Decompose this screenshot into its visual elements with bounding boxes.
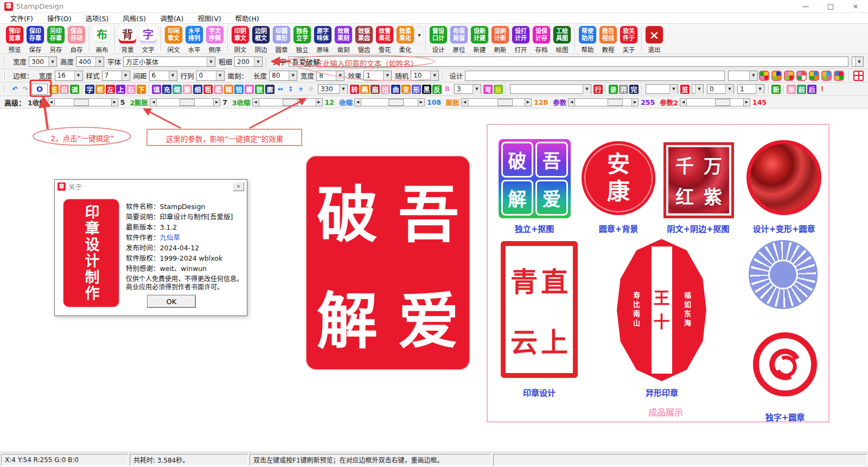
ok-button[interactable]: OK bbox=[147, 295, 196, 308]
tool-chip[interactable]: ↔ bbox=[276, 85, 285, 94]
toolbar-button[interactable]: 独各立字 独立 bbox=[292, 26, 312, 54]
slider-thumb[interactable] bbox=[497, 99, 513, 106]
close-button[interactable]: × bbox=[843, 0, 868, 12]
color-preset[interactable] bbox=[834, 71, 844, 81]
tool-chip[interactable]: 下 bbox=[137, 85, 146, 94]
tool-chip[interactable]: 览 bbox=[49, 85, 59, 94]
toolbar-button[interactable]: 保自存动 自存 bbox=[66, 26, 87, 54]
slider-right-arrow[interactable]: ▶ bbox=[525, 98, 532, 106]
transform-chip[interactable]: 转 bbox=[350, 85, 359, 94]
border-style-select[interactable]: 7▼ bbox=[102, 71, 130, 81]
slider-left-arrow[interactable]: ◀ bbox=[252, 98, 259, 106]
tool-chip[interactable]: 自 bbox=[60, 85, 69, 94]
font-select[interactable]: 方正小篆体▼ bbox=[123, 56, 215, 67]
color-preset[interactable] bbox=[809, 71, 819, 81]
slider-track[interactable] bbox=[468, 98, 525, 106]
transform-chip[interactable]: 椭 bbox=[360, 85, 369, 94]
slider-right-arrow[interactable]: ▶ bbox=[111, 98, 118, 106]
tool-chip[interactable]: + bbox=[296, 85, 305, 94]
slider-right-arrow[interactable]: ▶ bbox=[631, 98, 639, 106]
random-select[interactable]: 10▼ bbox=[411, 71, 439, 81]
tool-chip[interactable]: 柔 bbox=[214, 85, 223, 94]
layer-chip[interactable]: ! bbox=[818, 85, 827, 94]
toolbar-button[interactable]: 布 画布 bbox=[92, 26, 112, 54]
transform-chip[interactable]: 扇 bbox=[371, 85, 380, 94]
slider-right-arrow[interactable]: ▶ bbox=[743, 98, 750, 106]
slider-thumb[interactable] bbox=[388, 99, 404, 106]
chisel-length-select[interactable]: 80▼ bbox=[269, 71, 297, 81]
rowcol-select[interactable]: 0▼ bbox=[196, 71, 225, 81]
preview-chip[interactable]: 览 bbox=[680, 85, 690, 94]
toolbar-button[interactable]: 效凿果刻 凿刻 bbox=[333, 26, 354, 54]
slider-right-arrow[interactable]: ▶ bbox=[316, 98, 323, 106]
toolbar-button[interactable]: 窗设口计 设计 bbox=[428, 26, 449, 54]
toolbar-button[interactable]: 印圆章形 圆章 bbox=[271, 26, 292, 54]
record-select[interactable]: ▼ bbox=[646, 84, 678, 94]
toolbar-button[interactable]: 水平排列 水平 bbox=[184, 26, 205, 54]
toolbar-button[interactable]: 帮使助用 帮助 bbox=[577, 26, 598, 54]
slider-thumb[interactable] bbox=[180, 99, 195, 106]
slider-left-arrow[interactable]: ◀ bbox=[48, 98, 55, 106]
toolbar-button[interactable]: 印阴章文 阴文 bbox=[230, 26, 251, 54]
history-button[interactable]: ↷ bbox=[21, 85, 30, 94]
toolbar-button[interactable]: 保印存章 保存 bbox=[25, 26, 46, 54]
slider-right-arrow[interactable]: ▶ bbox=[213, 98, 220, 106]
slider-right-arrow[interactable]: ▶ bbox=[418, 98, 425, 106]
toolbar-button[interactable]: 效柔果化 柔化 bbox=[395, 26, 416, 54]
slider-thumb[interactable] bbox=[283, 99, 298, 106]
toolbar-button[interactable]: 效雪果花 雪花 bbox=[374, 26, 395, 54]
tool-chip[interactable]: 上 bbox=[116, 85, 125, 94]
transform-chip[interactable]: 反 bbox=[432, 85, 442, 94]
angle-select[interactable]: 330▼ bbox=[318, 84, 348, 94]
border-width-select[interactable]: 16▼ bbox=[55, 71, 83, 81]
slider-track[interactable] bbox=[361, 98, 418, 106]
tool-chip[interactable]: 左 bbox=[106, 85, 115, 94]
border-spacing-select[interactable]: 6▼ bbox=[149, 71, 177, 81]
slider-left-arrow[interactable]: ◀ bbox=[150, 98, 157, 106]
slider-left-arrow[interactable]: ◀ bbox=[354, 98, 361, 106]
toolbar-button[interactable]: ▾ bbox=[416, 26, 423, 45]
weight-select[interactable]: 200▼ bbox=[234, 56, 263, 67]
tool-chip[interactable]: 框 bbox=[95, 85, 105, 94]
color-preset[interactable] bbox=[771, 71, 782, 81]
color-preset[interactable] bbox=[796, 71, 807, 81]
one-click-button[interactable]: O bbox=[31, 84, 48, 94]
toolbar-button[interactable]: 设新计建 新建 bbox=[469, 26, 490, 54]
toolbar-button[interactable]: 教在程线 教程 bbox=[598, 26, 618, 54]
slider-left-arrow[interactable]: ◀ bbox=[461, 98, 468, 106]
tool-chip[interactable]: 缩 bbox=[173, 85, 182, 94]
design-preset-select[interactable]: ▼ bbox=[728, 71, 758, 81]
slider-track[interactable] bbox=[259, 98, 316, 106]
tool-chip[interactable]: 膨 bbox=[183, 85, 192, 94]
toolbar-button[interactable]: 效锯果齿 锯齿 bbox=[354, 26, 374, 54]
menu-item[interactable]: 风格(S) bbox=[116, 12, 153, 24]
stamp-text-input[interactable] bbox=[289, 56, 848, 67]
layer-chip[interactable]: 前 bbox=[797, 85, 806, 94]
grid-layout-icon[interactable] bbox=[853, 71, 864, 81]
tool-chip[interactable]: 雕 bbox=[245, 85, 254, 94]
toolbar-button[interactable]: 原字味体 原味 bbox=[312, 26, 333, 54]
layer-chip[interactable]: 添 bbox=[787, 85, 796, 94]
toolbar-button[interactable]: 设打计开 打开 bbox=[510, 26, 531, 54]
menu-item[interactable]: 帮助(H) bbox=[228, 12, 266, 24]
toolbar-button[interactable]: 软关件于 关于 bbox=[618, 26, 639, 54]
toolbar-button[interactable]: 印闲章文 闲文 bbox=[163, 26, 184, 54]
action-chip[interactable]: 行 bbox=[593, 85, 603, 94]
tool-chip[interactable]: 填 bbox=[152, 85, 161, 94]
tool-chip[interactable]: 右 bbox=[126, 85, 136, 94]
design-input[interactable] bbox=[465, 71, 725, 81]
height-select[interactable]: 400▼ bbox=[76, 56, 104, 67]
action-chip[interactable]: 弃 bbox=[619, 85, 628, 94]
tool-chip[interactable]: 调 bbox=[70, 85, 79, 94]
toolbar-button[interactable]: 设刷计新 刷新 bbox=[490, 26, 510, 54]
menu-item[interactable]: 视图(V) bbox=[190, 12, 228, 24]
template-select[interactable]: ▼ bbox=[510, 84, 591, 94]
transform-chip[interactable]: 扭 bbox=[381, 85, 390, 94]
index-select-0[interactable]: 0▼ bbox=[707, 84, 734, 94]
transform-chip[interactable]: 变 bbox=[401, 85, 411, 94]
slider-track[interactable] bbox=[55, 98, 111, 106]
toolbar-button[interactable]: 字 文字 bbox=[138, 26, 158, 54]
shape-chip[interactable]: 弯 bbox=[483, 85, 493, 94]
action-chip[interactable]: 完 bbox=[629, 85, 639, 94]
slider-track[interactable] bbox=[687, 98, 743, 106]
